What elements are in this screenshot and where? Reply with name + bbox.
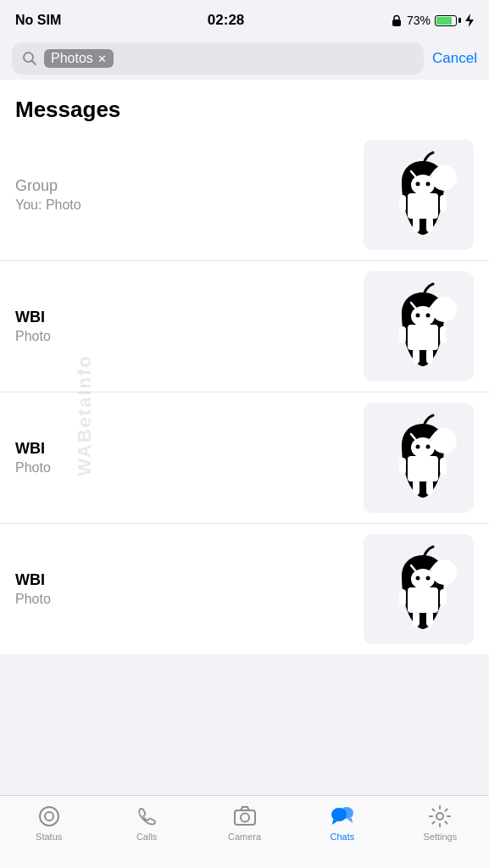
svg-rect-11 <box>399 195 406 212</box>
chat-image-2 <box>376 280 461 373</box>
camera-icon <box>233 804 257 828</box>
svg-point-15 <box>431 297 457 322</box>
chat-list: Group You: Photo <box>0 130 489 654</box>
chat-name-2: WBI <box>15 309 364 326</box>
svg-point-8 <box>426 182 431 186</box>
chat-info-2: WBI Photo <box>15 309 364 344</box>
chat-name-1: Group <box>15 177 364 195</box>
svg-rect-34 <box>440 458 447 475</box>
svg-point-30 <box>426 445 431 449</box>
svg-rect-16 <box>408 325 438 350</box>
charging-icon <box>465 14 474 27</box>
svg-point-17 <box>411 306 435 326</box>
svg-point-54 <box>436 813 443 820</box>
messages-section-header: Messages <box>0 80 489 130</box>
svg-point-51 <box>241 814 249 822</box>
battery-percent: 73% <box>407 14 431 27</box>
search-tag-label: Photos <box>51 51 93 66</box>
chat-info-1: Group You: Photo <box>15 177 364 213</box>
svg-rect-45 <box>440 589 447 606</box>
svg-point-7 <box>416 182 420 186</box>
chat-preview-2: Photo <box>15 329 364 344</box>
svg-point-48 <box>40 807 58 826</box>
tab-item-settings[interactable]: Settings <box>392 804 489 842</box>
chat-item-2[interactable]: WBI Photo <box>0 261 489 392</box>
chat-info-4: WBI Photo <box>15 571 364 607</box>
svg-rect-33 <box>399 458 406 475</box>
chat-item-1[interactable]: Group You: Photo <box>0 130 489 261</box>
svg-rect-25 <box>426 348 433 364</box>
chat-thumbnail-1 <box>364 140 474 250</box>
svg-point-18 <box>416 314 420 318</box>
svg-point-41 <box>426 576 431 581</box>
chat-image-3 <box>376 411 461 504</box>
svg-rect-27 <box>408 456 438 481</box>
tab-label-camera: Camera <box>228 832 261 842</box>
svg-rect-44 <box>399 589 406 606</box>
tab-item-status[interactable]: Status <box>0 804 97 842</box>
svg-point-19 <box>426 314 431 318</box>
chat-item-3[interactable]: WBI Photo <box>0 392 489 524</box>
chat-thumbnail-2 <box>364 271 474 381</box>
time-label: 02:28 <box>208 12 244 29</box>
chat-preview-1: You: Photo <box>15 198 364 213</box>
tab-label-status: Status <box>36 832 62 842</box>
status-bar: No SIM 02:28 73% <box>0 0 489 37</box>
svg-rect-5 <box>408 193 438 219</box>
search-input-container[interactable]: Photos ✕ <box>12 42 424 75</box>
cancel-button[interactable]: Cancel <box>432 50 477 67</box>
svg-rect-0 <box>392 19 401 26</box>
svg-rect-46 <box>413 611 420 626</box>
search-tag-close-icon[interactable]: ✕ <box>97 53 107 65</box>
svg-rect-14 <box>426 217 433 232</box>
chat-name-3: WBI <box>15 440 364 458</box>
chat-preview-3: Photo <box>15 460 364 476</box>
svg-rect-36 <box>426 480 433 495</box>
chat-image-1 <box>376 148 461 242</box>
svg-rect-23 <box>440 326 447 343</box>
svg-rect-22 <box>399 326 406 343</box>
svg-point-39 <box>411 569 435 589</box>
svg-point-37 <box>431 559 457 585</box>
svg-point-49 <box>45 812 53 821</box>
svg-point-6 <box>411 175 435 195</box>
svg-line-3 <box>32 61 36 65</box>
status-icon <box>37 804 61 828</box>
battery-icon <box>435 15 461 26</box>
svg-rect-38 <box>408 587 438 613</box>
settings-icon <box>428 804 452 828</box>
chats-icon <box>330 804 355 828</box>
svg-point-53 <box>340 807 353 819</box>
svg-rect-13 <box>413 217 420 232</box>
tab-label-settings: Settings <box>423 832 457 842</box>
chat-preview-4: Photo <box>15 592 364 607</box>
search-bar: Photos ✕ Cancel <box>0 37 489 80</box>
search-tag[interactable]: Photos ✕ <box>44 49 114 68</box>
tab-label-calls: Calls <box>136 832 157 842</box>
svg-point-29 <box>416 445 420 449</box>
svg-rect-47 <box>426 611 433 626</box>
section-title: Messages <box>15 97 474 123</box>
svg-rect-24 <box>413 348 420 364</box>
chat-thumbnail-4 <box>364 534 474 644</box>
chat-image-4 <box>376 542 461 636</box>
svg-point-40 <box>416 576 420 581</box>
chat-thumbnail-3 <box>364 403 474 513</box>
svg-point-26 <box>431 428 457 453</box>
tab-label-chats: Chats <box>331 832 355 842</box>
lock-icon <box>391 14 403 26</box>
carrier-label: No SIM <box>15 13 61 28</box>
tab-item-camera[interactable]: Camera <box>196 804 293 842</box>
search-icon <box>22 51 37 66</box>
tab-item-chats[interactable]: Chats <box>293 804 391 842</box>
chat-item-4[interactable]: WBI Photo <box>0 524 489 654</box>
tab-item-calls[interactable]: Calls <box>97 804 195 842</box>
svg-point-4 <box>431 165 457 191</box>
svg-rect-12 <box>440 195 447 212</box>
svg-point-28 <box>411 437 435 458</box>
chat-info-3: WBI Photo <box>15 440 364 476</box>
status-right: 73% <box>391 14 474 27</box>
calls-icon <box>135 804 158 828</box>
svg-rect-35 <box>413 480 420 495</box>
chat-name-4: WBI <box>15 571 364 589</box>
